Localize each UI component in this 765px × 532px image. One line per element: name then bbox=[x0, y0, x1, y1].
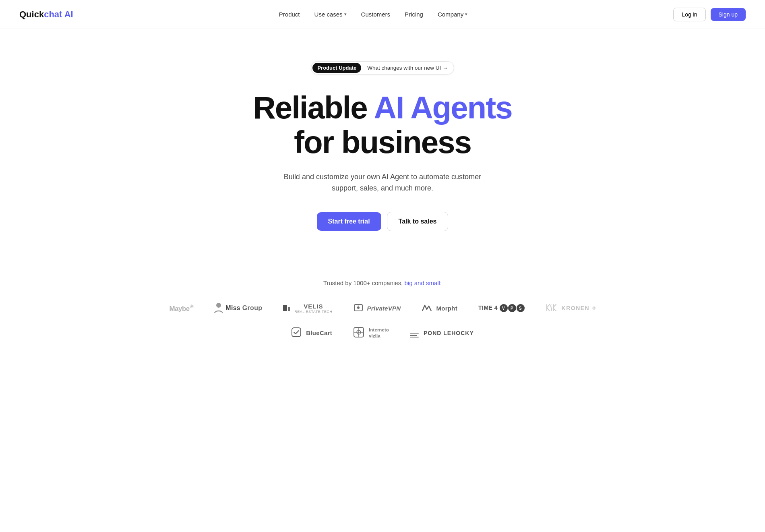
navbar: Quickchat AI Product Use cases ▾ Custome… bbox=[0, 0, 765, 29]
trusted-section: Trusted by 1000+ companies, big and smal… bbox=[0, 255, 765, 355]
headline-end: for business bbox=[294, 124, 471, 160]
start-free-trial-button[interactable]: Start free trial bbox=[317, 212, 381, 231]
svg-point-2 bbox=[357, 306, 360, 309]
bluecart-logo: BlueCart bbox=[291, 327, 332, 339]
nav-actions: Log in Sign up bbox=[673, 8, 746, 21]
badge-label: Product Update bbox=[312, 63, 361, 73]
chevron-down-icon: ▾ bbox=[344, 12, 347, 17]
nav-links: Product Use cases ▾ Customers Pricing Co… bbox=[279, 11, 467, 18]
trusted-label: Trusted by 1000+ companies, big and smal… bbox=[19, 279, 746, 286]
pond-lehocky-logo: POND LEHOCKY bbox=[410, 329, 474, 337]
miss-group-logo: Miss Group bbox=[214, 302, 262, 314]
signup-button[interactable]: Sign up bbox=[711, 8, 746, 21]
product-update-badge[interactable]: Product Update What changes with our new… bbox=[311, 61, 454, 75]
login-button[interactable]: Log in bbox=[673, 8, 705, 21]
chevron-down-icon: ▾ bbox=[465, 12, 467, 17]
svg-point-0 bbox=[216, 303, 221, 308]
interneto-vizija-logo: Internetovizija bbox=[353, 327, 389, 339]
trusted-label-plain: Trusted by 1000+ companies, bbox=[323, 279, 403, 286]
headline-plain: Reliable bbox=[253, 90, 374, 125]
morpht-logo: Morpht bbox=[422, 304, 457, 313]
trusted-label-highlight: big and small: bbox=[405, 279, 442, 286]
hero-subheadline: Build and customize your own AI Agent to… bbox=[274, 171, 491, 195]
privatevpn-logo: PrivateVPN bbox=[354, 303, 401, 314]
kronen-logo: KRONEN ® bbox=[546, 304, 596, 313]
nav-pricing[interactable]: Pricing bbox=[405, 11, 423, 18]
velis-logo: VELIS REAL ESTATE TECH bbox=[283, 303, 332, 314]
badge-text: What changes with our new UI → bbox=[366, 63, 453, 72]
talk-to-sales-button[interactable]: Talk to sales bbox=[387, 212, 449, 231]
nav-use-cases[interactable]: Use cases ▾ bbox=[314, 11, 347, 18]
logos-row-2: BlueCart Internetovizija bbox=[19, 327, 746, 339]
nav-product[interactable]: Product bbox=[279, 11, 300, 18]
time4vps-logo: TIME 4 V P S bbox=[478, 304, 525, 312]
logos-row-1: Maybe✳ Miss Group VELIS REAL ES bbox=[19, 302, 746, 314]
hero-headline: Reliable AI Agents for business bbox=[253, 91, 512, 160]
headline-accent: AI Agents bbox=[374, 90, 512, 125]
hero-section: Product Update What changes with our new… bbox=[0, 29, 765, 255]
svg-rect-3 bbox=[292, 328, 301, 337]
hero-buttons: Start free trial Talk to sales bbox=[317, 212, 449, 231]
nav-company[interactable]: Company ▾ bbox=[438, 11, 467, 18]
maybe-logo: Maybe✳ bbox=[169, 304, 193, 313]
logo[interactable]: Quickchat AI bbox=[19, 9, 73, 20]
nav-customers[interactable]: Customers bbox=[361, 11, 391, 18]
